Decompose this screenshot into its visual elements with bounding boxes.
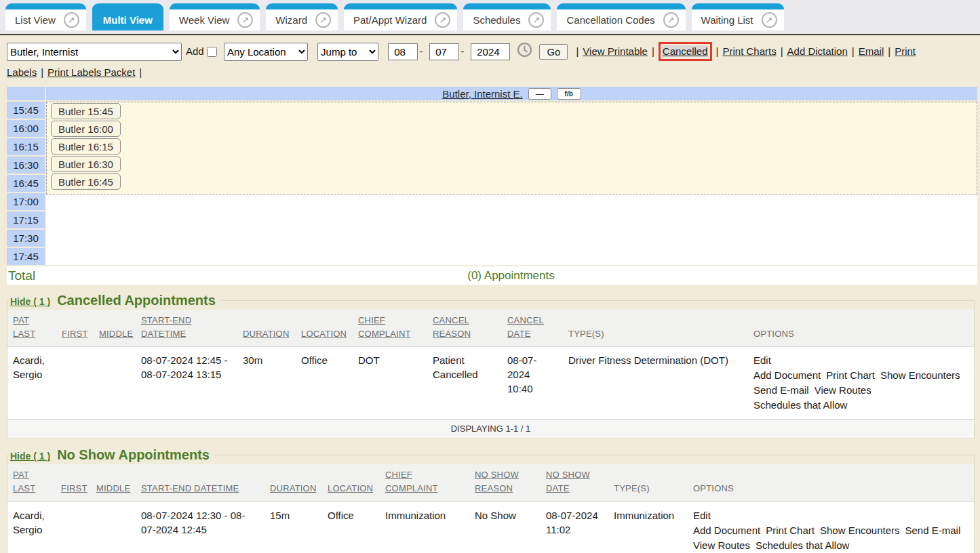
sort-location[interactable]: LOCATION [301, 329, 347, 339]
open-slot-button[interactable]: Butler 16:45 [51, 173, 121, 190]
open-slot-button[interactable]: Butler 15:45 [51, 103, 121, 119]
option-link[interactable]: Send E-mail [753, 383, 809, 397]
chief-complaint: DOT [353, 347, 427, 419]
open-new-window-icon[interactable]: ↗ [237, 12, 253, 28]
location-select[interactable]: Any Location [224, 43, 308, 61]
date-day-input[interactable] [429, 43, 459, 60]
time-slot-label[interactable]: 16:45 [7, 175, 45, 192]
sort-cancel-reason[interactable]: CANCEL REASON [433, 315, 471, 339]
time-slot-label[interactable]: 17:00 [7, 193, 45, 210]
hide-noshow-link[interactable]: Hide ( 1 ) [10, 451, 50, 462]
collapse-column-button[interactable]: — [528, 88, 551, 100]
option-link[interactable]: Add Document [693, 523, 760, 537]
cancelled-section-title: Cancelled Appointments [57, 293, 216, 308]
open-slot-button[interactable]: Butler 16:15 [51, 138, 121, 155]
time-slot-label[interactable]: 16:30 [7, 157, 45, 173]
clock-icon[interactable] [517, 42, 532, 63]
chief-complaint: Immunization [380, 501, 469, 553]
cancelled-table-footer: DISPLAYING 1-1 / 1 [7, 419, 974, 439]
noshow-date: 08-07-2024 11:02 [541, 501, 608, 553]
time-slot-label[interactable]: 15:45 [7, 102, 45, 119]
row-options: EditAdd DocumentPrint ChartShow Encounte… [688, 501, 974, 553]
option-link[interactable]: Show Encounters [880, 368, 960, 382]
print-charts-link[interactable]: Print Charts [722, 45, 776, 57]
go-button[interactable]: Go [539, 44, 568, 60]
option-link[interactable]: Schedules that Allow [753, 398, 847, 412]
open-new-window-icon[interactable]: ↗ [435, 12, 450, 28]
provider-column-header: Butler, Internist E. — f/b [46, 87, 977, 100]
col-options: OPTIONS [753, 329, 794, 339]
sort-start-end[interactable]: START-END DATETIME [141, 315, 191, 339]
sort-first[interactable]: FIRST [62, 329, 88, 339]
tab-label: Pat/Appt Wizard [353, 14, 433, 26]
open-slot-button[interactable]: Butler 16:00 [51, 121, 121, 137]
tab-waiting-list[interactable]: Waiting List ↗ [692, 3, 784, 30]
provider-select[interactable]: Butler, Internist [7, 43, 182, 61]
sort-start-end[interactable]: START-END DATETIME [141, 483, 239, 493]
time-slot-label[interactable]: 16:15 [7, 138, 45, 155]
hide-cancelled-link[interactable]: Hide ( 1 ) [10, 296, 50, 307]
sort-cancel-date[interactable]: CANCEL DATE [507, 315, 544, 339]
tab-cancellation-codes[interactable]: Cancellation Codes ↗ [557, 3, 685, 30]
option-link[interactable]: View Routes [815, 383, 871, 397]
add-dictation-link[interactable]: Add Dictation [787, 45, 848, 57]
sort-duration[interactable]: DURATION [243, 329, 290, 339]
sort-first[interactable]: FIRST [61, 483, 87, 493]
sort-pat-last[interactable]: PAT LAST [13, 315, 35, 339]
open-new-window-icon[interactable]: ↗ [762, 12, 777, 28]
jump-to-select[interactable]: Jump to [317, 43, 378, 61]
sort-noshow-reason[interactable]: NO SHOW REASON [475, 470, 519, 493]
time-slot-label[interactable]: 17:15 [7, 211, 45, 228]
option-link[interactable]: Show Encounters [820, 523, 900, 537]
open-new-window-icon[interactable]: ↗ [663, 12, 679, 28]
time-slot-label[interactable]: 16:00 [7, 120, 45, 137]
date-year-input[interactable] [471, 43, 510, 60]
patient-middle [91, 501, 136, 553]
sort-duration[interactable]: DURATION [270, 483, 317, 493]
email-link[interactable]: Email [859, 45, 884, 57]
cancelled-link[interactable]: Cancelled [663, 45, 708, 57]
provider-schedule-area: Butler 15:45Butler 16:00Butler 16:15Butl… [46, 102, 977, 265]
sort-pat-last[interactable]: PAT LAST [13, 470, 35, 493]
sort-middle[interactable]: MIDDLE [96, 483, 130, 493]
sort-middle[interactable]: MIDDLE [99, 329, 133, 339]
sort-location[interactable]: LOCATION [328, 483, 373, 493]
tab-schedules[interactable]: Schedules ↗ [463, 3, 551, 30]
cancelled-appointments-table: PAT LAST FIRST MIDDLE START-END DATETIME… [7, 310, 974, 438]
tab-wizard[interactable]: Wizard ↗ [266, 3, 338, 30]
open-slots-block: Butler 15:45Butler 16:00Butler 16:15Butl… [46, 102, 977, 194]
option-link[interactable]: Edit [693, 508, 963, 523]
patient-first [56, 347, 94, 419]
appointments-count: (0) Appointments [45, 269, 977, 283]
link-separator: | [781, 45, 783, 57]
forward-back-button[interactable]: f/b [557, 88, 581, 100]
option-link[interactable]: Add Document [753, 368, 821, 382]
option-link[interactable]: Print Chart [826, 368, 875, 382]
tab-pat-appt-wizard[interactable]: Pat/Appt Wizard ↗ [344, 3, 457, 30]
sort-chief-complaint[interactable]: CHIEF COMPLAINT [385, 470, 438, 493]
time-slot-label[interactable]: 17:45 [7, 248, 45, 265]
option-link[interactable]: Send E-mail [905, 523, 961, 537]
total-label: Total [7, 268, 45, 283]
open-new-window-icon[interactable]: ↗ [528, 12, 544, 28]
provider-name-link[interactable]: Butler, Internist E. [442, 88, 522, 100]
tab-list-view[interactable]: List View ↗ [5, 3, 86, 30]
sort-chief-complaint[interactable]: CHIEF COMPLAINT [358, 315, 411, 339]
option-link[interactable]: View Routes [693, 538, 750, 552]
open-new-window-icon[interactable]: ↗ [315, 12, 331, 28]
noshow-section-title: No Show Appointments [57, 447, 210, 463]
open-slot-button[interactable]: Butler 16:30 [51, 156, 121, 172]
option-link[interactable]: Schedules that Allow [756, 538, 849, 552]
date-month-input[interactable] [388, 43, 418, 60]
tab-week-view[interactable]: Week View ↗ [170, 3, 260, 30]
time-slot-label[interactable]: 17:30 [7, 230, 45, 247]
option-link[interactable]: Edit [753, 353, 963, 367]
view-printable-link[interactable]: View Printable [583, 45, 648, 57]
add-checkbox[interactable] [207, 47, 217, 57]
option-link[interactable]: Print Chart [766, 523, 815, 537]
sort-noshow-date[interactable]: NO SHOW DATE [546, 470, 590, 493]
open-new-window-icon[interactable]: ↗ [64, 12, 79, 28]
tab-multi-view[interactable]: Multi View [92, 3, 163, 30]
grid-corner-cell [7, 87, 45, 100]
print-labels-packet-link[interactable]: Print Labels Packet [47, 66, 135, 78]
